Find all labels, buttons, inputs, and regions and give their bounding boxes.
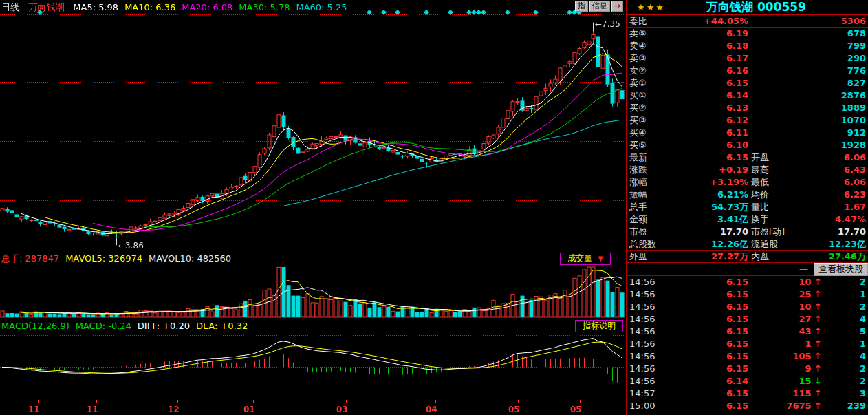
stat-label: 涨跌 bbox=[629, 164, 690, 176]
tick-volume: 105 ↑ bbox=[748, 350, 822, 363]
period-selector[interactable]: 日线 bbox=[1, 2, 19, 12]
tick-price: 6.15 bbox=[688, 326, 748, 338]
order-row[interactable]: 买①6.142876 bbox=[627, 89, 868, 102]
tick-row[interactable]: 14:566.1527 ↑4 bbox=[627, 313, 868, 326]
tick-row[interactable]: 14:566.151 ↑1 bbox=[627, 338, 868, 350]
stat-value: 17.70 bbox=[812, 226, 866, 238]
order-row[interactable]: 卖②6.16776 bbox=[627, 65, 868, 77]
minimize-control[interactable]: — bbox=[799, 264, 808, 275]
tick-row[interactable]: 14:566.1415 ↓2 bbox=[627, 375, 868, 387]
price-pane-header: 日线 万向钱潮 MA5: 5.98MA10: 6.36MA20: 6.08MA3… bbox=[1, 1, 360, 14]
tick-price: 6.15 bbox=[688, 363, 748, 375]
tick-volume: 15 ↓ bbox=[748, 375, 822, 387]
stat-value: 6.06 bbox=[812, 176, 866, 189]
macd-header-label: MACD(12,26,9) bbox=[1, 321, 69, 331]
axis-tick bbox=[177, 400, 178, 403]
info-button[interactable]: 信息 bbox=[589, 1, 610, 12]
order-row[interactable]: 买⑤6.101928 bbox=[627, 139, 868, 151]
order-row[interactable]: 卖⑤6.19678 bbox=[627, 28, 868, 40]
axis-month-label: 04 bbox=[426, 405, 437, 414]
ma-value-label: MA30: 5.78 bbox=[239, 2, 290, 12]
indicator-help-button[interactable]: 指标说明 bbox=[575, 320, 623, 332]
axis-month-label: 12 bbox=[168, 405, 180, 414]
macd-header-label: DIFF: +0.20 bbox=[138, 321, 190, 331]
tick-row[interactable]: 15:006.157675 ↑239 bbox=[627, 400, 868, 412]
tick-price: 6.15 bbox=[688, 338, 748, 350]
tick-count: 1 bbox=[822, 288, 866, 301]
tick-volume: 10 ↑ bbox=[748, 301, 822, 313]
order-row[interactable]: 卖①6.15827 bbox=[627, 77, 868, 89]
order-volume: 1928 bbox=[748, 139, 866, 151]
panel-title-bar: ★★★ 万向钱潮 000559 bbox=[627, 0, 868, 15]
arrow-right-icon[interactable]: → bbox=[611, 1, 623, 12]
stat-value: 27.46万 bbox=[812, 251, 866, 262]
stats-block: 最新6.15开盘6.06涨跌+0.19最高6.43涨幅+3.19%最低6.06振… bbox=[627, 151, 868, 251]
order-price: 6.17 bbox=[690, 52, 748, 65]
tick-count: 2 bbox=[822, 301, 866, 313]
stat-label: 总股数 bbox=[629, 238, 690, 250]
zhi-button[interactable]: 指 bbox=[575, 1, 588, 12]
stat-row: 总手54.73万量比1.67 bbox=[627, 201, 868, 213]
volume-indicator-button[interactable]: 成交量▼ bbox=[560, 253, 611, 265]
tick-row[interactable]: 14:566.15105 ↑4 bbox=[627, 350, 868, 363]
tick-row[interactable]: 14:566.1543 ↑5 bbox=[627, 326, 868, 338]
order-volume: 776 bbox=[748, 65, 866, 77]
tick-time: 14:57 bbox=[629, 387, 688, 400]
tick-row[interactable]: 14:566.1525 ↑1 bbox=[627, 288, 868, 301]
stat-value: 6.43 bbox=[812, 164, 866, 176]
stat-value: 6.23 bbox=[812, 189, 866, 201]
tick-price: 6.15 bbox=[688, 288, 748, 301]
order-row[interactable]: 买④6.11912 bbox=[627, 127, 868, 139]
stat-value: 4.47% bbox=[812, 213, 866, 226]
stat-row: 金额3.41亿换手4.47% bbox=[627, 213, 868, 226]
order-row[interactable]: 卖④6.18799 bbox=[627, 40, 868, 52]
stat-value: 1.67 bbox=[812, 201, 866, 213]
tick-row[interactable]: 14:566.1510 ↑2 bbox=[627, 276, 868, 288]
order-price: 6.14 bbox=[690, 89, 748, 102]
order-level-label: 买③ bbox=[629, 114, 690, 127]
axis-tick bbox=[253, 400, 254, 403]
stat-label: 最低 bbox=[748, 176, 812, 189]
weibi-label: 委比 bbox=[629, 15, 690, 27]
stat-value: 12.26亿 bbox=[690, 238, 748, 250]
price-chart-canvas[interactable] bbox=[0, 10, 625, 251]
stat-label: 最高 bbox=[748, 164, 812, 176]
macd-chart-canvas[interactable] bbox=[0, 335, 625, 402]
macd-header-label: DEA: +0.32 bbox=[196, 321, 248, 331]
volume-indicator-label: 成交量 bbox=[567, 253, 592, 263]
tick-volume: 7675 ↑ bbox=[748, 400, 822, 412]
weibi-row: 委比 +44.05% 5306 bbox=[627, 15, 868, 28]
tick-row[interactable]: 14:566.159 ↑2 bbox=[627, 363, 868, 375]
tick-row[interactable]: 14:576.15115 ↑3 bbox=[627, 387, 868, 400]
stat-label: 开盘 bbox=[748, 151, 812, 164]
volume-chart-canvas[interactable] bbox=[0, 266, 625, 318]
stat-label: 涨幅 bbox=[629, 176, 690, 189]
stat-value: 3.41亿 bbox=[690, 213, 748, 226]
order-price: 6.19 bbox=[690, 28, 748, 40]
tick-volume: 43 ↑ bbox=[748, 326, 822, 338]
axis-tick bbox=[518, 400, 519, 403]
order-row[interactable]: 买③6.121070 bbox=[627, 114, 868, 127]
board-row: — 查看板块股 bbox=[627, 263, 868, 276]
volume-header-label: MAVOL5: 326974 bbox=[65, 253, 142, 264]
stat-label: 外盘 bbox=[629, 251, 690, 262]
order-price: 6.18 bbox=[690, 40, 748, 52]
axis-tick bbox=[346, 400, 347, 403]
stat-label: 振幅 bbox=[629, 189, 690, 201]
stat-value: 27.27万 bbox=[690, 251, 748, 262]
time-axis: 1111120103040505 bbox=[0, 403, 626, 415]
ma-value-label: MA60: 5.25 bbox=[296, 2, 347, 12]
tick-row[interactable]: 14:566.1510 ↑2 bbox=[627, 301, 868, 313]
tick-time: 14:56 bbox=[629, 313, 688, 326]
chart-region: 日线 万向钱潮 MA5: 5.98MA10: 6.36MA20: 6.08MA3… bbox=[0, 0, 626, 415]
tick-volume: 25 ↑ bbox=[748, 288, 822, 301]
tick-time: 14:56 bbox=[629, 301, 688, 313]
order-row[interactable]: 买②6.131889 bbox=[627, 102, 868, 114]
stat-label: 金额 bbox=[629, 213, 690, 226]
order-level-label: 卖② bbox=[629, 65, 690, 77]
board-stocks-button[interactable]: 查看板块股 bbox=[814, 263, 868, 276]
tick-count: 2 bbox=[822, 276, 866, 288]
stat-value: 12.23亿 bbox=[812, 238, 866, 250]
order-row[interactable]: 卖③6.17290 bbox=[627, 52, 868, 65]
stat-value: 17.70 bbox=[690, 226, 748, 238]
